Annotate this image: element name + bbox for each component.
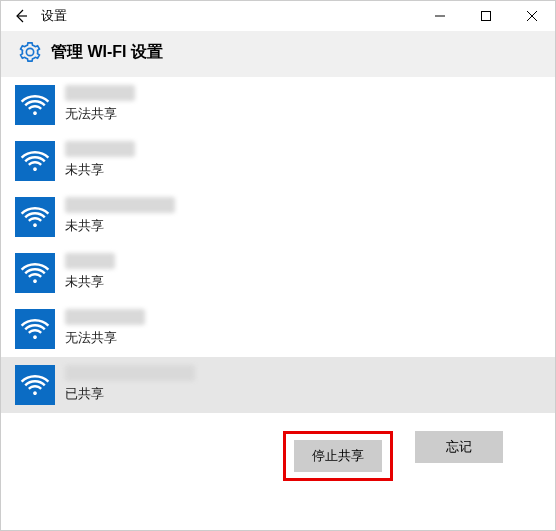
network-status: 无法共享 [65, 329, 145, 347]
maximize-button[interactable] [463, 1, 509, 31]
titlebar: 设置 [1, 1, 555, 31]
network-status: 未共享 [65, 273, 115, 291]
network-name-redacted [65, 141, 135, 157]
network-name-redacted [65, 365, 195, 381]
page-header: 管理 WI-FI 设置 [1, 31, 555, 77]
network-status: 未共享 [65, 161, 135, 179]
wifi-icon [15, 253, 55, 293]
minimize-button[interactable] [417, 1, 463, 31]
network-text: 无法共享 [65, 85, 135, 123]
stop-share-button[interactable]: 停止共享 [294, 440, 382, 472]
close-icon [527, 11, 537, 21]
wifi-icon [15, 365, 55, 405]
page-title: 管理 WI-FI 设置 [51, 42, 163, 63]
maximize-icon [481, 11, 491, 21]
back-button[interactable] [11, 6, 31, 26]
network-status: 未共享 [65, 217, 175, 235]
wifi-icon [15, 85, 55, 125]
network-item[interactable]: 未共享 [1, 133, 555, 189]
network-text: 未共享 [65, 253, 115, 291]
window-controls [417, 1, 555, 31]
titlebar-left: 设置 [1, 6, 67, 26]
network-text: 未共享 [65, 197, 175, 235]
network-text: 已共享 [65, 365, 195, 403]
network-status: 已共享 [65, 385, 195, 403]
close-button[interactable] [509, 1, 555, 31]
svg-rect-0 [482, 12, 491, 21]
forget-button[interactable]: 忘记 [415, 431, 503, 463]
network-status: 无法共享 [65, 105, 135, 123]
network-name-redacted [65, 309, 145, 325]
minimize-icon [435, 11, 445, 21]
window-title: 设置 [41, 7, 67, 25]
network-item[interactable]: 已共享 [1, 357, 555, 413]
highlight-annotation: 停止共享 [283, 431, 393, 481]
network-item[interactable]: 无法共享 [1, 301, 555, 357]
network-item[interactable]: 未共享 [1, 189, 555, 245]
network-text: 无法共享 [65, 309, 145, 347]
wifi-icon [15, 309, 55, 349]
gear-icon [19, 41, 41, 63]
action-row: 停止共享 忘记 [1, 413, 555, 481]
network-name-redacted [65, 85, 135, 101]
wifi-icon [15, 197, 55, 237]
network-item[interactable]: 无法共享 [1, 77, 555, 133]
network-text: 未共享 [65, 141, 135, 179]
arrow-left-icon [13, 8, 29, 24]
network-name-redacted [65, 197, 175, 213]
network-item[interactable]: 未共享 [1, 245, 555, 301]
network-list: 无法共享未共享未共享未共享无法共享已共享 [1, 77, 555, 413]
network-name-redacted [65, 253, 115, 269]
wifi-icon [15, 141, 55, 181]
